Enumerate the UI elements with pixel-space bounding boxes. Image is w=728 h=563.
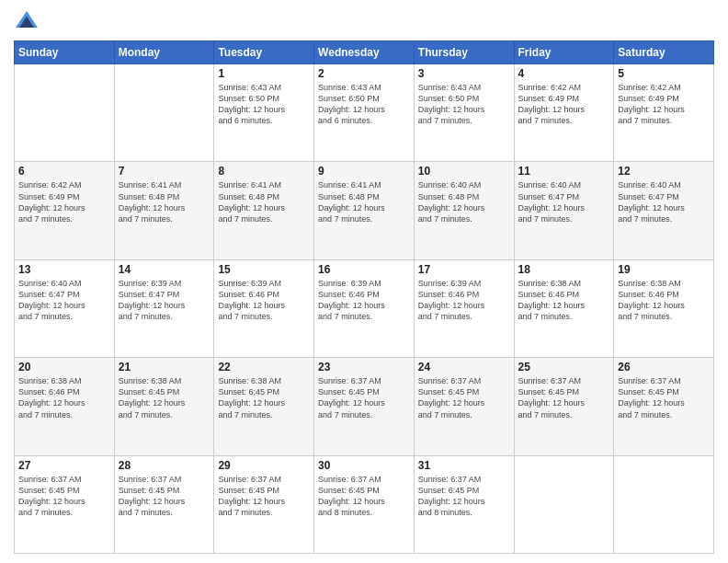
- day-number: 1: [218, 67, 310, 80]
- week-row-5: 27Sunrise: 6:37 AM Sunset: 6:45 PM Dayli…: [15, 455, 714, 553]
- day-number: 22: [218, 361, 310, 373]
- day-number: 14: [119, 263, 210, 276]
- logo-icon: [14, 9, 40, 35]
- day-info: Sunrise: 6:37 AM Sunset: 6:45 PM Dayligh…: [318, 375, 410, 420]
- weekday-header-friday: Friday: [514, 41, 614, 64]
- day-cell: 1Sunrise: 6:43 AM Sunset: 6:50 PM Daylig…: [214, 64, 314, 162]
- day-cell: 10Sunrise: 6:40 AM Sunset: 6:48 PM Dayli…: [414, 162, 514, 259]
- day-number: 21: [119, 361, 210, 373]
- day-number: 16: [318, 263, 410, 276]
- day-cell: 8Sunrise: 6:41 AM Sunset: 6:48 PM Daylig…: [214, 162, 314, 259]
- day-cell: 29Sunrise: 6:37 AM Sunset: 6:45 PM Dayli…: [214, 455, 314, 553]
- day-info: Sunrise: 6:39 AM Sunset: 6:47 PM Dayligh…: [119, 278, 210, 323]
- day-number: 28: [119, 459, 210, 472]
- day-cell: 27Sunrise: 6:37 AM Sunset: 6:45 PM Dayli…: [15, 455, 115, 553]
- day-info: Sunrise: 6:37 AM Sunset: 6:45 PM Dayligh…: [418, 474, 510, 519]
- day-number: 8: [218, 165, 310, 178]
- day-info: Sunrise: 6:43 AM Sunset: 6:50 PM Dayligh…: [418, 82, 510, 127]
- day-cell: 20Sunrise: 6:38 AM Sunset: 6:46 PM Dayli…: [15, 358, 115, 455]
- day-cell: [614, 455, 714, 553]
- day-cell: 30Sunrise: 6:37 AM Sunset: 6:45 PM Dayli…: [314, 455, 415, 553]
- day-info: Sunrise: 6:40 AM Sunset: 6:47 PM Dayligh…: [18, 278, 110, 323]
- day-cell: 17Sunrise: 6:39 AM Sunset: 6:46 PM Dayli…: [414, 259, 514, 357]
- day-info: Sunrise: 6:37 AM Sunset: 6:45 PM Dayligh…: [218, 474, 310, 519]
- day-cell: 18Sunrise: 6:38 AM Sunset: 6:46 PM Dayli…: [514, 259, 614, 357]
- weekday-header-monday: Monday: [114, 41, 214, 64]
- day-cell: 14Sunrise: 6:39 AM Sunset: 6:47 PM Dayli…: [114, 259, 214, 357]
- day-number: 19: [618, 263, 710, 276]
- day-info: Sunrise: 6:39 AM Sunset: 6:46 PM Dayligh…: [318, 278, 410, 323]
- day-number: 15: [218, 263, 310, 276]
- day-cell: 13Sunrise: 6:40 AM Sunset: 6:47 PM Dayli…: [15, 259, 115, 357]
- day-cell: 16Sunrise: 6:39 AM Sunset: 6:46 PM Dayli…: [314, 259, 415, 357]
- day-number: 27: [18, 459, 110, 472]
- day-number: 29: [218, 459, 310, 472]
- day-number: 23: [318, 361, 410, 373]
- header: [14, 9, 714, 35]
- day-number: 13: [18, 263, 110, 276]
- day-number: 26: [618, 361, 710, 373]
- day-info: Sunrise: 6:38 AM Sunset: 6:46 PM Dayligh…: [618, 278, 710, 323]
- day-info: Sunrise: 6:40 AM Sunset: 6:48 PM Dayligh…: [418, 179, 510, 224]
- day-cell: 19Sunrise: 6:38 AM Sunset: 6:46 PM Dayli…: [614, 259, 714, 357]
- logo: [14, 13, 41, 35]
- day-cell: [15, 64, 115, 162]
- day-cell: 24Sunrise: 6:37 AM Sunset: 6:45 PM Dayli…: [414, 358, 514, 455]
- day-info: Sunrise: 6:37 AM Sunset: 6:45 PM Dayligh…: [418, 375, 510, 420]
- day-cell: 2Sunrise: 6:43 AM Sunset: 6:50 PM Daylig…: [314, 64, 415, 162]
- day-info: Sunrise: 6:42 AM Sunset: 6:49 PM Dayligh…: [518, 82, 610, 127]
- day-cell: [514, 455, 614, 553]
- day-cell: 7Sunrise: 6:41 AM Sunset: 6:48 PM Daylig…: [114, 162, 214, 259]
- day-cell: 11Sunrise: 6:40 AM Sunset: 6:47 PM Dayli…: [514, 162, 614, 259]
- week-row-1: 1Sunrise: 6:43 AM Sunset: 6:50 PM Daylig…: [15, 64, 714, 162]
- day-number: 5: [618, 67, 710, 80]
- day-number: 31: [418, 459, 510, 472]
- weekday-header-wednesday: Wednesday: [314, 41, 415, 64]
- day-number: 7: [119, 165, 210, 178]
- day-cell: 28Sunrise: 6:37 AM Sunset: 6:45 PM Dayli…: [114, 455, 214, 553]
- day-info: Sunrise: 6:38 AM Sunset: 6:46 PM Dayligh…: [518, 278, 610, 323]
- weekday-header-row: SundayMondayTuesdayWednesdayThursdayFrid…: [15, 41, 714, 64]
- weekday-header-tuesday: Tuesday: [214, 41, 314, 64]
- day-number: 20: [18, 361, 110, 373]
- day-info: Sunrise: 6:41 AM Sunset: 6:48 PM Dayligh…: [318, 179, 410, 224]
- day-cell: 6Sunrise: 6:42 AM Sunset: 6:49 PM Daylig…: [15, 162, 115, 259]
- day-number: 24: [418, 361, 510, 373]
- day-info: Sunrise: 6:41 AM Sunset: 6:48 PM Dayligh…: [218, 179, 310, 224]
- weekday-header-saturday: Saturday: [614, 41, 714, 64]
- day-cell: 23Sunrise: 6:37 AM Sunset: 6:45 PM Dayli…: [314, 358, 415, 455]
- day-cell: 15Sunrise: 6:39 AM Sunset: 6:46 PM Dayli…: [214, 259, 314, 357]
- day-info: Sunrise: 6:42 AM Sunset: 6:49 PM Dayligh…: [18, 179, 110, 224]
- day-cell: 5Sunrise: 6:42 AM Sunset: 6:49 PM Daylig…: [614, 64, 714, 162]
- day-info: Sunrise: 6:37 AM Sunset: 6:45 PM Dayligh…: [618, 375, 710, 420]
- day-info: Sunrise: 6:43 AM Sunset: 6:50 PM Dayligh…: [218, 82, 310, 127]
- day-number: 17: [418, 263, 510, 276]
- day-cell: 22Sunrise: 6:38 AM Sunset: 6:45 PM Dayli…: [214, 358, 314, 455]
- day-number: 2: [318, 67, 410, 80]
- day-cell: 31Sunrise: 6:37 AM Sunset: 6:45 PM Dayli…: [414, 455, 514, 553]
- day-info: Sunrise: 6:38 AM Sunset: 6:45 PM Dayligh…: [218, 375, 310, 420]
- day-info: Sunrise: 6:39 AM Sunset: 6:46 PM Dayligh…: [218, 278, 310, 323]
- day-number: 9: [318, 165, 410, 178]
- day-info: Sunrise: 6:38 AM Sunset: 6:46 PM Dayligh…: [18, 375, 110, 420]
- day-info: Sunrise: 6:43 AM Sunset: 6:50 PM Dayligh…: [318, 82, 410, 127]
- page: SundayMondayTuesdayWednesdayThursdayFrid…: [0, 0, 728, 563]
- weekday-header-sunday: Sunday: [15, 41, 115, 64]
- day-cell: 3Sunrise: 6:43 AM Sunset: 6:50 PM Daylig…: [414, 64, 514, 162]
- week-row-2: 6Sunrise: 6:42 AM Sunset: 6:49 PM Daylig…: [15, 162, 714, 259]
- day-number: 3: [418, 67, 510, 80]
- day-cell: 4Sunrise: 6:42 AM Sunset: 6:49 PM Daylig…: [514, 64, 614, 162]
- day-number: 10: [418, 165, 510, 178]
- day-info: Sunrise: 6:37 AM Sunset: 6:45 PM Dayligh…: [18, 474, 110, 519]
- day-info: Sunrise: 6:37 AM Sunset: 6:45 PM Dayligh…: [318, 474, 410, 519]
- day-number: 12: [618, 165, 710, 178]
- calendar-table: SundayMondayTuesdayWednesdayThursdayFrid…: [14, 40, 714, 554]
- weekday-header-thursday: Thursday: [414, 41, 514, 64]
- day-cell: 12Sunrise: 6:40 AM Sunset: 6:47 PM Dayli…: [614, 162, 714, 259]
- day-info: Sunrise: 6:39 AM Sunset: 6:46 PM Dayligh…: [418, 278, 510, 323]
- day-info: Sunrise: 6:37 AM Sunset: 6:45 PM Dayligh…: [119, 474, 210, 519]
- week-row-4: 20Sunrise: 6:38 AM Sunset: 6:46 PM Dayli…: [15, 358, 714, 455]
- day-info: Sunrise: 6:41 AM Sunset: 6:48 PM Dayligh…: [119, 179, 210, 224]
- day-cell: 25Sunrise: 6:37 AM Sunset: 6:45 PM Dayli…: [514, 358, 614, 455]
- day-info: Sunrise: 6:40 AM Sunset: 6:47 PM Dayligh…: [518, 179, 610, 224]
